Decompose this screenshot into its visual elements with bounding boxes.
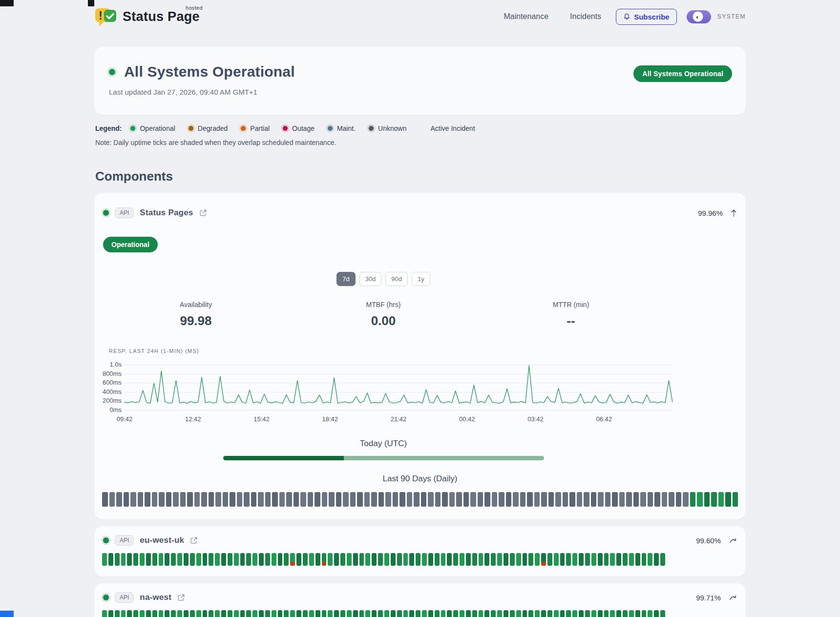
uptime-day-tick [385, 492, 391, 507]
uptime-day-tick [384, 610, 389, 617]
external-link-icon[interactable] [190, 536, 198, 544]
uptime-day-tick [598, 610, 603, 617]
component-header: API Status Pages 99.96% [102, 207, 738, 218]
uptime-day-tick [422, 553, 427, 566]
uptime-day-tick [272, 553, 276, 566]
uptime-day-tick [718, 492, 724, 507]
collapse-component-button[interactable] [731, 209, 737, 217]
uptime-day-tick [648, 553, 652, 566]
uptime-day-tick [484, 553, 489, 566]
uptime-day-tick [447, 553, 452, 566]
uptime-day-tick [308, 492, 314, 507]
uptime-day-tick [359, 553, 364, 566]
uptime-day-tick [146, 553, 151, 566]
chart-xtick: 09:42 [117, 415, 133, 423]
uptime-day-tick [215, 492, 221, 507]
stat-mttr-min-: MTTR (min)-- [477, 301, 665, 329]
partial-status-dot [241, 126, 246, 131]
uptime-day-tick [146, 610, 151, 617]
chart-xtick: 12:42 [185, 415, 201, 423]
range-1y-button[interactable]: 1y [412, 272, 430, 286]
uptime-day-tick [303, 610, 308, 617]
legend-item-maint: Maint. [328, 124, 356, 132]
component-status-pill: Operational [103, 237, 158, 252]
uptime-day-tick [460, 553, 464, 566]
stat-label: Availability [102, 301, 290, 308]
uptime-day-tick [422, 610, 427, 617]
external-link-icon[interactable] [177, 594, 185, 601]
uptime-day-tick [428, 553, 433, 566]
uptime-day-tick [315, 553, 320, 566]
uptime-day-tick [294, 492, 299, 507]
legend-label: Legend: [95, 124, 122, 132]
chart-xtick: 21:42 [391, 415, 407, 423]
uptime-day-tick [278, 553, 283, 566]
external-link-icon[interactable] [199, 209, 207, 217]
uptime-day-tick [397, 553, 402, 566]
uptime-day-tick [133, 553, 138, 566]
nav-maintenance[interactable]: Maintenance [504, 12, 548, 21]
legend-items: OperationalDegradedPartialOutageMaint.Un… [130, 124, 420, 132]
component-type-badge: API [115, 535, 134, 546]
logo-title: Status Page hosted [123, 9, 200, 24]
arrow-up-dashed-icon [731, 209, 737, 217]
chart-xtick: 03:42 [527, 415, 544, 423]
uptime-day-tick [654, 553, 659, 566]
expand-component-button[interactable] [729, 595, 737, 600]
uptime-day-tick [265, 610, 270, 617]
component-card-eu-west-uk: API eu-west-uk 99.60% [94, 526, 746, 576]
stat-value: 99.98 [102, 313, 290, 329]
component-card-na-west: API na-west 99.71% [94, 583, 746, 617]
legend-item-label: Operational [140, 124, 175, 132]
uptime-day-tick [303, 553, 308, 566]
uptime-day-tick [572, 610, 577, 617]
uptime-day-tick [523, 610, 527, 617]
uptime-day-tick [407, 492, 413, 507]
uptime-day-tick [579, 553, 584, 566]
uptime-day-tick [528, 553, 533, 566]
uptime-day-tick [416, 553, 420, 566]
uptime-day-tick [399, 492, 405, 507]
uptime-day-tick [171, 553, 176, 566]
uptime-day-tick [466, 610, 471, 617]
uptime-day-tick [534, 492, 540, 507]
range-30d-button[interactable]: 30d [359, 272, 382, 286]
uptime-day-tick [309, 610, 314, 617]
uptime-day-tick [516, 610, 521, 617]
uptime-ticks-90d [102, 610, 665, 617]
uptime-day-tick [733, 492, 738, 507]
uptime-day-tick [697, 492, 703, 507]
uptime-day-tick [300, 492, 306, 507]
uptime-day-tick [654, 610, 659, 617]
subscribe-button[interactable]: Subscribe [616, 9, 677, 25]
uptime-day-tick [194, 492, 200, 507]
uptime-day-tick [435, 492, 441, 507]
uptime-day-tick [633, 492, 639, 507]
logo-hosted-label: hosted [186, 5, 203, 11]
uptime-day-tick [215, 610, 220, 617]
range-7d-button[interactable]: 7d [336, 272, 355, 286]
uptime-day-tick [322, 610, 327, 617]
uptime-day-tick [523, 553, 527, 566]
uptime-day-tick [428, 492, 434, 507]
uptime-day-tick [635, 553, 640, 566]
theme-toggle[interactable]: ◐ [687, 10, 711, 23]
nav-incidents[interactable]: Incidents [570, 12, 601, 21]
screen-artifact-top-nub [88, 0, 94, 6]
range-90d-button[interactable]: 90d [385, 272, 408, 286]
uptime-day-tick [541, 492, 547, 507]
uptime-day-tick [460, 610, 464, 617]
uptime-day-tick [265, 492, 271, 507]
uptime-day-tick [340, 553, 345, 566]
uptime-day-tick [252, 610, 257, 617]
page-title: All Systems Operational [124, 63, 295, 80]
logo[interactable]: ! Status Page hosted [94, 6, 200, 27]
top-nav: Maintenance Incidents Subscribe ◐ SYSTEM [482, 9, 746, 25]
uptime-day-tick [171, 610, 176, 617]
uptime-day-tick [453, 610, 458, 617]
expand-component-button[interactable] [729, 537, 737, 543]
uptime-day-tick [159, 492, 165, 507]
curved-arrow-icon [729, 537, 737, 543]
uptime-day-tick [442, 492, 448, 507]
uptime-day-tick [566, 610, 571, 617]
